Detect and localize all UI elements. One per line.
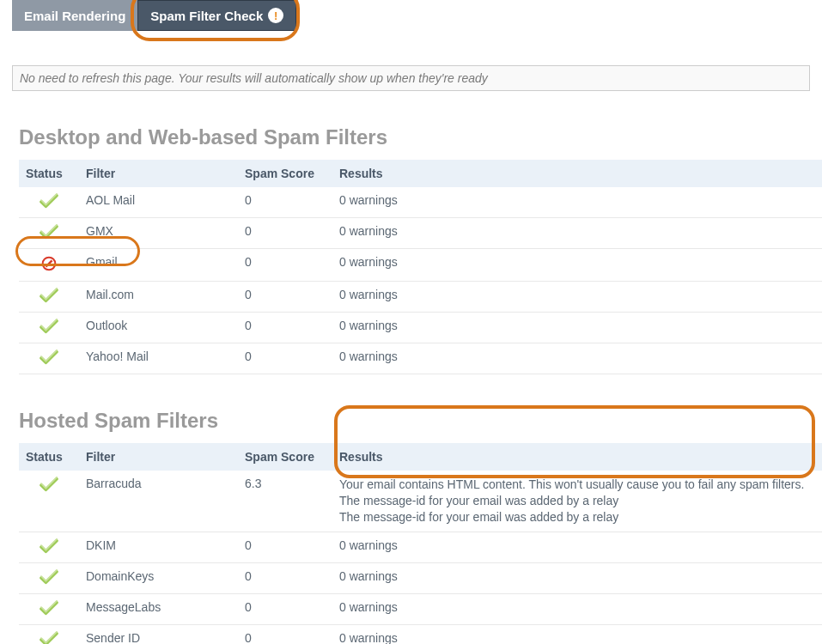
blocked-fail-icon bbox=[40, 261, 58, 275]
score-cell: 0 bbox=[238, 249, 332, 282]
col-results: Results bbox=[332, 443, 822, 471]
col-results: Results bbox=[332, 160, 822, 187]
table-row[interactable]: DomainKeys00 warnings bbox=[19, 562, 822, 593]
tab-label: Email Rendering bbox=[24, 9, 125, 23]
hosted-spam-table: Status Filter Spam Score Results Barracu… bbox=[19, 443, 822, 644]
table-row[interactable]: Barracuda6.3Your email contains HTML con… bbox=[19, 471, 822, 532]
filter-cell: Mail.com bbox=[79, 282, 238, 313]
alert-icon: ! bbox=[268, 8, 283, 23]
status-cell bbox=[19, 471, 79, 532]
check-pass-icon bbox=[40, 292, 58, 306]
table-row[interactable]: AOL Mail00 warnings bbox=[19, 187, 822, 218]
filter-cell: Sender ID bbox=[79, 624, 238, 644]
table-row[interactable]: Sender ID00 warnings bbox=[19, 624, 822, 644]
table-row[interactable]: MessageLabs00 warnings bbox=[19, 593, 822, 624]
status-cell bbox=[19, 562, 79, 593]
status-cell bbox=[19, 187, 79, 218]
check-pass-icon bbox=[40, 354, 58, 368]
col-status: Status bbox=[19, 160, 79, 187]
status-cell bbox=[19, 313, 79, 343]
status-cell bbox=[19, 593, 79, 624]
score-cell: 0 bbox=[238, 624, 332, 644]
col-score: Spam Score bbox=[238, 160, 332, 187]
desktop-spam-table: Status Filter Spam Score Results AOL Mai… bbox=[19, 160, 822, 374]
col-status: Status bbox=[19, 443, 79, 471]
results-cell: 0 warnings bbox=[332, 282, 822, 313]
col-filter: Filter bbox=[79, 160, 238, 187]
filter-cell: GMX bbox=[79, 218, 238, 249]
score-cell: 0 bbox=[238, 313, 332, 343]
table-row[interactable]: Outlook00 warnings bbox=[19, 313, 822, 343]
status-cell bbox=[19, 218, 79, 249]
score-cell: 0 bbox=[238, 282, 332, 313]
check-pass-icon bbox=[40, 605, 58, 618]
results-cell: 0 warnings bbox=[332, 187, 822, 218]
filter-cell: AOL Mail bbox=[79, 187, 238, 218]
tab-email-rendering[interactable]: Email Rendering bbox=[12, 0, 137, 31]
score-cell: 0 bbox=[238, 187, 332, 218]
status-cell bbox=[19, 343, 79, 374]
table-row[interactable]: Mail.com00 warnings bbox=[19, 282, 822, 313]
results-cell: 0 warnings bbox=[332, 313, 822, 343]
check-pass-icon bbox=[40, 543, 58, 556]
results-cell: 0 warnings bbox=[332, 593, 822, 624]
auto-refresh-notice: No need to refresh this page. Your resul… bbox=[12, 65, 810, 91]
filter-cell: Barracuda bbox=[79, 471, 238, 532]
filter-cell: Gmail bbox=[79, 249, 238, 282]
results-cell: 0 warnings bbox=[332, 249, 822, 282]
status-cell bbox=[19, 624, 79, 644]
score-cell: 6.3 bbox=[238, 471, 332, 532]
check-pass-icon bbox=[40, 481, 58, 495]
check-pass-icon bbox=[40, 228, 58, 242]
check-pass-icon bbox=[40, 197, 58, 211]
status-cell bbox=[19, 282, 79, 313]
tab-spam-filter-check[interactable]: Spam Filter Check ! bbox=[137, 0, 296, 31]
score-cell: 0 bbox=[238, 593, 332, 624]
score-cell: 0 bbox=[238, 562, 332, 593]
check-pass-icon bbox=[40, 635, 58, 644]
score-cell: 0 bbox=[238, 343, 332, 374]
score-cell: 0 bbox=[238, 218, 332, 249]
status-cell bbox=[19, 249, 79, 282]
table-row[interactable]: Gmail00 warnings bbox=[19, 249, 822, 282]
check-pass-icon bbox=[40, 574, 58, 587]
results-cell: 0 warnings bbox=[332, 562, 822, 593]
filter-cell: MessageLabs bbox=[79, 593, 238, 624]
filter-cell: DKIM bbox=[79, 532, 238, 562]
col-score: Spam Score bbox=[238, 443, 332, 471]
filter-cell: Yahoo! Mail bbox=[79, 343, 238, 374]
tab-bar: Email Rendering Spam Filter Check ! bbox=[0, 0, 822, 31]
results-cell: 0 warnings bbox=[332, 624, 822, 644]
results-cell: 0 warnings bbox=[332, 218, 822, 249]
filter-cell: Outlook bbox=[79, 313, 238, 343]
results-cell: 0 warnings bbox=[332, 532, 822, 562]
score-cell: 0 bbox=[238, 532, 332, 562]
results-cell: Your email contains HTML content. This w… bbox=[332, 471, 822, 532]
table-row[interactable]: GMX00 warnings bbox=[19, 218, 822, 249]
section-title-desktop: Desktop and Web-based Spam Filters bbox=[19, 125, 822, 149]
filter-cell: DomainKeys bbox=[79, 562, 238, 593]
results-cell: 0 warnings bbox=[332, 343, 822, 374]
section-title-hosted: Hosted Spam Filters bbox=[19, 409, 822, 433]
status-cell bbox=[19, 532, 79, 562]
check-pass-icon bbox=[40, 323, 58, 337]
table-row[interactable]: Yahoo! Mail00 warnings bbox=[19, 343, 822, 374]
tab-label: Spam Filter Check bbox=[150, 9, 263, 23]
col-filter: Filter bbox=[79, 443, 238, 471]
table-row[interactable]: DKIM00 warnings bbox=[19, 532, 822, 562]
